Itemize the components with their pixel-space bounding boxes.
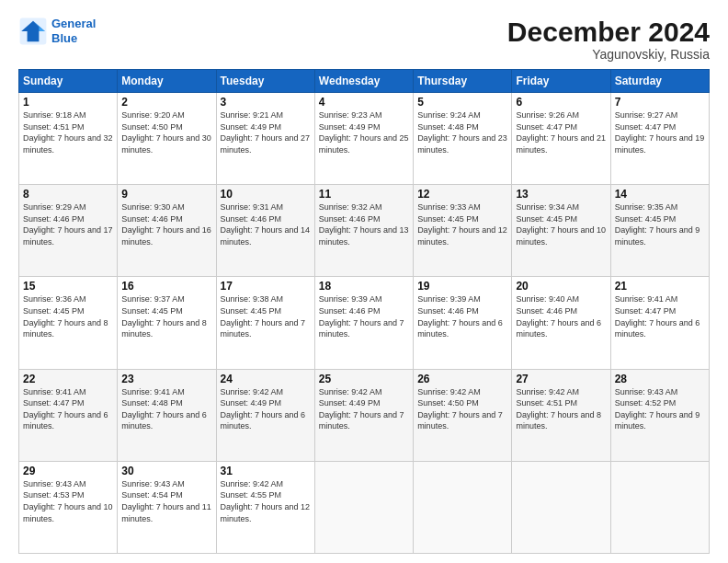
calendar-cell: 31 Sunrise: 9:42 AM Sunset: 4:55 PM Dayl… xyxy=(216,461,314,553)
day-info: Sunrise: 9:43 AM Sunset: 4:54 PM Dayligh… xyxy=(121,478,211,524)
calendar-cell xyxy=(512,461,610,553)
day-info: Sunrise: 9:39 AM Sunset: 4:46 PM Dayligh… xyxy=(417,293,507,339)
day-number: 31 xyxy=(221,465,311,477)
day-number: 4 xyxy=(319,96,409,109)
day-info: Sunrise: 9:18 AM Sunset: 4:51 PM Dayligh… xyxy=(23,109,113,155)
day-number: 28 xyxy=(615,373,705,385)
day-number: 27 xyxy=(516,373,606,385)
calendar-cell: 15 Sunrise: 9:36 AM Sunset: 4:45 PM Dayl… xyxy=(19,277,118,369)
day-info: Sunrise: 9:43 AM Sunset: 4:52 PM Dayligh… xyxy=(615,386,705,432)
day-info: Sunrise: 9:42 AM Sunset: 4:51 PM Dayligh… xyxy=(516,386,606,432)
title-block: December 2024 Yagunovskiy, Russia xyxy=(507,17,710,62)
day-info: Sunrise: 9:41 AM Sunset: 4:47 PM Dayligh… xyxy=(615,293,705,339)
day-number: 21 xyxy=(615,280,705,293)
day-number: 17 xyxy=(221,280,311,293)
calendar-cell: 7 Sunrise: 9:27 AM Sunset: 4:47 PM Dayli… xyxy=(610,93,709,185)
day-number: 23 xyxy=(121,373,211,385)
day-number: 20 xyxy=(516,280,606,293)
calendar-week-row: 8 Sunrise: 9:29 AM Sunset: 4:46 PM Dayli… xyxy=(19,185,710,277)
month-title: December 2024 xyxy=(507,17,710,47)
calendar-week-row: 15 Sunrise: 9:36 AM Sunset: 4:45 PM Dayl… xyxy=(19,277,710,369)
day-number: 1 xyxy=(23,96,113,109)
day-info: Sunrise: 9:26 AM Sunset: 4:47 PM Dayligh… xyxy=(516,109,606,155)
day-number: 24 xyxy=(221,373,311,385)
calendar-cell: 26 Sunrise: 9:42 AM Sunset: 4:50 PM Dayl… xyxy=(414,369,512,461)
day-number: 11 xyxy=(319,188,409,201)
day-number: 15 xyxy=(23,280,113,293)
day-info: Sunrise: 9:36 AM Sunset: 4:45 PM Dayligh… xyxy=(23,293,113,339)
calendar-day-header: Monday xyxy=(118,70,216,93)
calendar-week-row: 22 Sunrise: 9:41 AM Sunset: 4:47 PM Dayl… xyxy=(19,369,710,461)
day-number: 6 xyxy=(516,96,606,109)
day-number: 12 xyxy=(417,188,507,201)
header: General Blue December 2024 Yagunovskiy, … xyxy=(18,17,710,62)
day-info: Sunrise: 9:35 AM Sunset: 4:45 PM Dayligh… xyxy=(615,201,705,247)
calendar-day-header: Friday xyxy=(512,70,610,93)
location: Yagunovskiy, Russia xyxy=(507,47,710,62)
day-info: Sunrise: 9:33 AM Sunset: 4:45 PM Dayligh… xyxy=(417,201,507,247)
calendar-cell xyxy=(314,461,413,553)
calendar-day-header: Thursday xyxy=(414,70,512,93)
calendar-cell: 25 Sunrise: 9:42 AM Sunset: 4:49 PM Dayl… xyxy=(314,369,413,461)
day-number: 2 xyxy=(121,96,211,109)
day-number: 29 xyxy=(23,465,113,477)
calendar-header-row: SundayMondayTuesdayWednesdayThursdayFrid… xyxy=(19,70,710,93)
day-number: 13 xyxy=(516,188,606,201)
calendar-day-header: Sunday xyxy=(19,70,118,93)
day-number: 26 xyxy=(417,373,507,385)
day-info: Sunrise: 9:42 AM Sunset: 4:55 PM Dayligh… xyxy=(221,478,311,524)
day-info: Sunrise: 9:37 AM Sunset: 4:45 PM Dayligh… xyxy=(121,293,211,339)
day-info: Sunrise: 9:39 AM Sunset: 4:46 PM Dayligh… xyxy=(319,293,409,339)
day-number: 5 xyxy=(417,96,507,109)
logo-text: General Blue xyxy=(51,17,96,45)
day-number: 9 xyxy=(121,188,211,201)
calendar-cell: 21 Sunrise: 9:41 AM Sunset: 4:47 PM Dayl… xyxy=(610,277,709,369)
calendar-cell: 4 Sunrise: 9:23 AM Sunset: 4:49 PM Dayli… xyxy=(314,93,413,185)
calendar-cell: 9 Sunrise: 9:30 AM Sunset: 4:46 PM Dayli… xyxy=(118,185,216,277)
calendar-day-header: Tuesday xyxy=(216,70,314,93)
calendar-cell: 11 Sunrise: 9:32 AM Sunset: 4:46 PM Dayl… xyxy=(314,185,413,277)
logo-line1: General xyxy=(51,17,96,30)
page: General Blue December 2024 Yagunovskiy, … xyxy=(0,0,728,563)
calendar-cell xyxy=(414,461,512,553)
calendar-cell: 6 Sunrise: 9:26 AM Sunset: 4:47 PM Dayli… xyxy=(512,93,610,185)
day-number: 3 xyxy=(221,96,311,109)
day-number: 7 xyxy=(615,96,705,109)
calendar-cell: 20 Sunrise: 9:40 AM Sunset: 4:46 PM Dayl… xyxy=(512,277,610,369)
day-info: Sunrise: 9:29 AM Sunset: 4:46 PM Dayligh… xyxy=(23,201,113,247)
day-info: Sunrise: 9:41 AM Sunset: 4:47 PM Dayligh… xyxy=(23,386,113,432)
day-number: 19 xyxy=(417,280,507,293)
logo: General Blue xyxy=(18,17,96,46)
day-number: 14 xyxy=(615,188,705,201)
day-number: 10 xyxy=(221,188,311,201)
day-info: Sunrise: 9:27 AM Sunset: 4:47 PM Dayligh… xyxy=(615,109,705,155)
calendar-cell: 5 Sunrise: 9:24 AM Sunset: 4:48 PM Dayli… xyxy=(414,93,512,185)
day-info: Sunrise: 9:32 AM Sunset: 4:46 PM Dayligh… xyxy=(319,201,409,247)
day-info: Sunrise: 9:23 AM Sunset: 4:49 PM Dayligh… xyxy=(319,109,409,155)
calendar-cell: 17 Sunrise: 9:38 AM Sunset: 4:45 PM Dayl… xyxy=(216,277,314,369)
calendar-table: SundayMondayTuesdayWednesdayThursdayFrid… xyxy=(18,69,710,554)
calendar-cell: 18 Sunrise: 9:39 AM Sunset: 4:46 PM Dayl… xyxy=(314,277,413,369)
day-info: Sunrise: 9:34 AM Sunset: 4:45 PM Dayligh… xyxy=(516,201,606,247)
calendar-cell: 2 Sunrise: 9:20 AM Sunset: 4:50 PM Dayli… xyxy=(118,93,216,185)
day-number: 30 xyxy=(121,465,211,477)
calendar-day-header: Saturday xyxy=(610,70,709,93)
calendar-cell: 3 Sunrise: 9:21 AM Sunset: 4:49 PM Dayli… xyxy=(216,93,314,185)
calendar-cell: 14 Sunrise: 9:35 AM Sunset: 4:45 PM Dayl… xyxy=(610,185,709,277)
calendar-cell xyxy=(610,461,709,553)
day-info: Sunrise: 9:42 AM Sunset: 4:49 PM Dayligh… xyxy=(221,386,311,432)
calendar-cell: 19 Sunrise: 9:39 AM Sunset: 4:46 PM Dayl… xyxy=(414,277,512,369)
calendar-cell: 12 Sunrise: 9:33 AM Sunset: 4:45 PM Dayl… xyxy=(414,185,512,277)
day-info: Sunrise: 9:24 AM Sunset: 4:48 PM Dayligh… xyxy=(417,109,507,155)
calendar-day-header: Wednesday xyxy=(314,70,413,93)
day-number: 18 xyxy=(319,280,409,293)
day-info: Sunrise: 9:42 AM Sunset: 4:50 PM Dayligh… xyxy=(417,386,507,432)
day-number: 25 xyxy=(319,373,409,385)
calendar-cell: 22 Sunrise: 9:41 AM Sunset: 4:47 PM Dayl… xyxy=(19,369,118,461)
day-info: Sunrise: 9:30 AM Sunset: 4:46 PM Dayligh… xyxy=(121,201,211,247)
day-info: Sunrise: 9:20 AM Sunset: 4:50 PM Dayligh… xyxy=(121,109,211,155)
calendar-cell: 8 Sunrise: 9:29 AM Sunset: 4:46 PM Dayli… xyxy=(19,185,118,277)
day-number: 22 xyxy=(23,373,113,385)
logo-line2: Blue xyxy=(51,31,77,45)
day-info: Sunrise: 9:43 AM Sunset: 4:53 PM Dayligh… xyxy=(23,478,113,524)
